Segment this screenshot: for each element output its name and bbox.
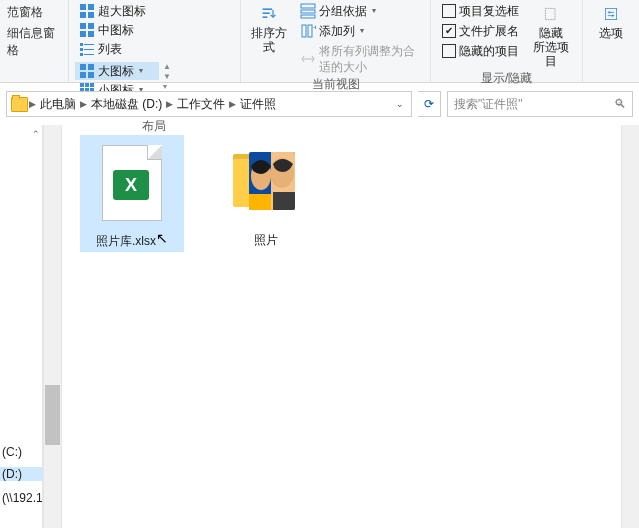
view-large-button[interactable]: 大图标▾ [75,62,159,80]
checkbox-checked-icon [442,24,456,38]
grid-icon [79,22,95,38]
scroll-down-icon[interactable]: ▼ [163,72,171,81]
ribbon-layout-group: 超大图标 中图标 列表 大图标▾ 小图标▾ 详细信息▾ ▲ ▼ ▾ 布局 [69,0,241,82]
refresh-button[interactable]: ⟳ [418,91,441,117]
tree-scrollbar[interactable] [43,125,62,528]
chevron-right-icon[interactable]: ▶ [165,99,174,109]
crumb-work-files[interactable]: 工作文件 [174,96,228,113]
group-icon [300,3,316,19]
group-by-button[interactable]: 分组依据▾ [296,2,425,20]
ribbon-options-group: 选项 [583,0,639,82]
options-label: 选项 [599,26,623,40]
chevron-right-icon[interactable]: ▶ [28,99,37,109]
folder-item-photos[interactable]: 照片 [214,135,318,251]
file-pane[interactable]: X 照片库.xlsx↖ [62,125,621,528]
expand-icon[interactable]: ▾ [163,82,171,91]
svg-rect-10 [80,48,83,51]
crumb-this-pc[interactable]: 此电脑 [37,96,79,113]
ribbon-current-view-group: 排序方式 分组依据▾ +添加列▾ 将所有列调整为合适的大小 当前视图 [241,0,431,82]
svg-rect-14 [80,64,86,70]
svg-rect-7 [88,31,94,37]
tree-drive-d[interactable]: (D:) [0,467,48,481]
svg-rect-37 [302,25,306,37]
content-scrollbar[interactable] [621,125,639,528]
hide-icon [541,4,561,24]
history-dropdown-icon[interactable]: ⌄ [393,99,407,109]
refresh-icon: ⟳ [424,97,434,111]
svg-rect-0 [80,4,86,10]
chevron-down-icon: ▾ [372,3,376,19]
svg-rect-3 [88,12,94,18]
nav-tree[interactable]: ⌃ (C:) (D:) (\\192.16 [0,125,43,528]
svg-rect-41 [605,8,616,19]
chevron-right-icon[interactable]: ▶ [79,99,88,109]
svg-rect-2 [80,12,86,18]
view-list-button[interactable]: 列表 [75,40,150,58]
crumb-id-photos[interactable]: 证件照 [237,96,279,113]
ribbon-showhide-group: 项目复选框 文件扩展名 隐藏的项目 隐藏 所选项目 显示/隐藏 [431,0,583,82]
showhide-group-label: 显示/隐藏 [481,70,532,90]
svg-rect-40 [546,8,556,19]
svg-rect-8 [80,43,83,46]
breadcrumb-bar[interactable]: ▶ 此电脑 ▶ 本地磁盘 (D:) ▶ 工作文件 ▶ 证件照 ⌄ [6,91,412,117]
hidden-items-toggle[interactable]: 隐藏的项目 [438,42,523,60]
svg-rect-33 [263,16,268,18]
svg-rect-16 [80,72,86,78]
search-icon: 🔍︎ [614,97,626,111]
file-ext-label: 文件扩展名 [459,23,519,39]
folder-thumbnail-icon [233,154,299,212]
view-extra-large-button[interactable]: 超大图标 [75,2,150,20]
grid-icon [79,63,95,79]
svg-point-43 [612,15,614,17]
svg-text:+: + [313,23,316,32]
file-item-excel[interactable]: X 照片库.xlsx↖ [80,135,184,252]
svg-point-42 [608,11,610,13]
collapse-icon[interactable]: ⌃ [32,129,40,139]
folder-icon [11,97,28,112]
fit-icon [300,51,316,67]
explorer-body: ⌃ (C:) (D:) (\\192.16 X 照片库.xlsx↖ [0,125,639,528]
svg-rect-49 [249,194,271,210]
add-column-button[interactable]: +添加列▾ [296,22,425,40]
nav-pane-label[interactable]: 范窗格 [7,4,63,21]
item-checkboxes-label: 项目复选框 [459,3,519,19]
hidden-items-label: 隐藏的项目 [459,43,519,59]
cursor-icon: ↖ [156,230,168,246]
view-extra-large-label: 超大图标 [98,3,146,19]
svg-rect-15 [88,64,94,70]
add-column-label: 添加列 [319,23,355,39]
ribbon-panes-group: 范窗格 细信息窗格 [0,0,69,82]
fit-columns-button[interactable]: 将所有列调整为合适的大小 [296,42,425,76]
svg-rect-19 [85,83,89,87]
options-icon [601,4,621,24]
crumb-drive-d[interactable]: 本地磁盘 (D:) [88,96,165,113]
chevron-icon: ▾ [139,63,143,79]
view-large-label: 大图标 [98,63,134,79]
options-button[interactable]: 选项 [589,2,633,42]
svg-rect-9 [84,44,94,45]
item-checkboxes-toggle[interactable]: 项目复选框 [438,2,523,20]
svg-rect-20 [90,83,94,87]
svg-rect-5 [88,23,94,29]
add-column-icon: + [300,23,316,39]
details-pane-label[interactable]: 细信息窗格 [7,25,63,59]
fit-columns-label: 将所有列调整为合适的大小 [319,43,421,75]
sort-by-label: 排序方式 [249,26,290,54]
sort-by-button[interactable]: 排序方式 [247,2,292,56]
group-by-label: 分组依据 [319,3,367,19]
sort-icon [259,4,279,24]
svg-rect-6 [80,31,86,37]
scroll-up-icon[interactable]: ▲ [163,62,171,71]
svg-rect-47 [273,192,295,210]
file-ext-toggle[interactable]: 文件扩展名 [438,22,523,40]
search-input[interactable]: 搜索"证件照" 🔍︎ [447,91,633,117]
chevron-right-icon[interactable]: ▶ [228,99,237,109]
folder-name-label: 照片 [254,233,278,247]
hide-selected-button[interactable]: 隐藏 所选项目 [527,2,575,70]
view-medium-button[interactable]: 中图标 [75,21,150,39]
tree-drive-c[interactable]: (C:) [2,445,22,459]
hide-selected-label: 隐藏 所选项目 [529,26,573,68]
chevron-down-icon: ▾ [360,23,364,39]
excel-file-icon: X [102,145,162,221]
svg-rect-38 [308,25,312,37]
